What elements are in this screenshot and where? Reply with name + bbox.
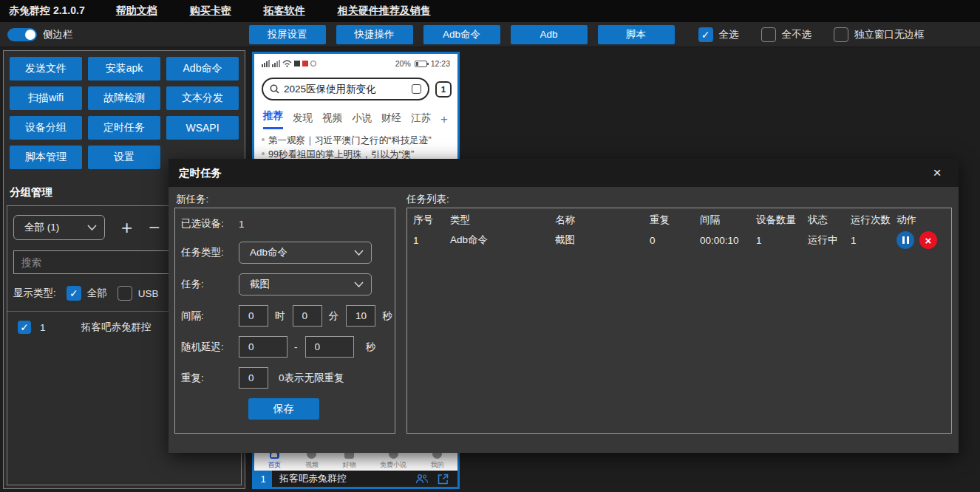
repeat-input[interactable] bbox=[239, 367, 268, 389]
menu-buy-card-key[interactable]: 购买卡密 bbox=[190, 4, 231, 18]
quick-actions-button[interactable]: 快捷操作 bbox=[336, 25, 413, 44]
script-button[interactable]: 脚本 bbox=[598, 25, 675, 44]
install-apk-button[interactable]: 安装apk bbox=[88, 57, 160, 81]
display-usb-label: USB bbox=[138, 288, 159, 299]
dialog-title: 定时任务 bbox=[179, 166, 926, 180]
sidebar-toggle[interactable] bbox=[7, 28, 37, 41]
table-header-row: 序号 类型 名称 重复 间隔 设备数量 状态 运行次数 动作 bbox=[407, 211, 951, 230]
add-tab-button[interactable]: + bbox=[440, 112, 448, 129]
send-file-button[interactable]: 发送文件 bbox=[10, 57, 82, 81]
scan-icon[interactable] bbox=[412, 84, 421, 94]
adb-command-button[interactable]: Adb命令 bbox=[166, 57, 239, 81]
tab-finance[interactable]: 财经 bbox=[381, 112, 401, 129]
table-row[interactable]: 1 Adb命令 截图 0 00:00:10 1 运行中 1 × bbox=[407, 230, 951, 250]
group-select-value: 全部 (1) bbox=[24, 221, 59, 234]
checkmark-icon: ✓ bbox=[67, 286, 81, 301]
seconds-unit: 秒 bbox=[366, 341, 376, 354]
borderless-window-checkbox[interactable]: 独立窗口无边框 bbox=[834, 27, 925, 42]
interval-minutes-input[interactable] bbox=[293, 305, 322, 327]
cell-devices: 1 bbox=[756, 235, 808, 246]
search-icon bbox=[270, 84, 279, 94]
random-delay-max-input[interactable] bbox=[305, 336, 354, 358]
col-name: 名称 bbox=[555, 213, 650, 227]
device-number-badge: 1 bbox=[254, 471, 272, 487]
seconds-unit: 秒 bbox=[382, 310, 392, 323]
task-select[interactable]: 截图 bbox=[239, 273, 372, 295]
device-group-button[interactable]: 设备分组 bbox=[10, 116, 82, 140]
menubar: 赤兔群控 2.1.0.7 帮助文档 购买卡密 拓客软件 相关硬件推荐及销售 bbox=[0, 0, 980, 22]
text-distribute-button[interactable]: 文本分发 bbox=[166, 86, 239, 110]
close-icon[interactable]: × bbox=[926, 163, 948, 182]
toolbar: 侧边栏 投屏设置 快捷操作 Adb命令 Adb 脚本 ✓ 全选 全不选 独立窗口… bbox=[0, 22, 980, 47]
menu-hardware-sales[interactable]: 相关硬件推荐及销售 bbox=[338, 4, 431, 18]
phone-feed-tabs: 推荐 发现 视频 小说 财经 江苏 + bbox=[254, 103, 457, 129]
display-all-label: 全部 bbox=[87, 287, 107, 300]
wsapi-button[interactable]: WSAPI bbox=[166, 116, 239, 140]
pause-task-button[interactable] bbox=[896, 231, 914, 249]
repeat-label: 重复: bbox=[181, 372, 239, 385]
status-time: 12:23 bbox=[431, 59, 450, 68]
task-type-label: 任务类型: bbox=[181, 246, 239, 259]
select-all-label: 全选 bbox=[719, 28, 739, 41]
tab-count-badge[interactable]: 1 bbox=[435, 81, 452, 98]
deselect-all-checkbox[interactable]: 全不选 bbox=[761, 27, 812, 42]
remove-group-button[interactable]: − bbox=[149, 218, 160, 237]
nav-label: 视频 bbox=[305, 460, 319, 470]
interval-hours-input[interactable] bbox=[239, 305, 268, 327]
group-select[interactable]: 全部 (1) bbox=[13, 215, 105, 240]
search-query: 2025医保使用新变化 bbox=[284, 83, 407, 96]
screen-cast-settings-button[interactable]: 投屏设置 bbox=[249, 25, 326, 44]
signal-icon bbox=[272, 60, 280, 67]
news-item[interactable]: 第一观察｜习近平澳门之行的“科技足迹” bbox=[262, 134, 450, 148]
task-list-table: 序号 类型 名称 重复 间隔 设备数量 状态 运行次数 动作 1 Adb命令 截… bbox=[406, 208, 952, 434]
tab-recommend[interactable]: 推荐 bbox=[263, 109, 283, 129]
selected-devices-label: 已选设备: bbox=[181, 217, 239, 230]
tab-novel[interactable]: 小说 bbox=[352, 112, 372, 129]
toolbar-checkboxes: ✓ 全选 全不选 独立窗口无边框 bbox=[698, 27, 925, 42]
menu-help-docs[interactable]: 帮助文档 bbox=[116, 4, 157, 18]
adb-command-button[interactable]: Adb命令 bbox=[423, 25, 500, 44]
col-runs: 运行次数 bbox=[851, 213, 896, 227]
new-task-form: 已选设备: 1 任务类型: Adb命令 任务: 截图 间隔: bbox=[174, 208, 395, 434]
settings-button[interactable]: 设置 bbox=[88, 146, 160, 169]
col-devices: 设备数量 bbox=[756, 213, 808, 227]
tab-video[interactable]: 视频 bbox=[322, 112, 342, 129]
signal-icon bbox=[262, 60, 270, 67]
task-label: 任务: bbox=[181, 278, 239, 291]
interval-label: 间隔: bbox=[181, 310, 239, 323]
minutes-unit: 分 bbox=[329, 310, 339, 323]
adb-button[interactable]: Adb bbox=[511, 25, 588, 44]
phone-device-bar: 1 拓客吧赤兔群控 bbox=[254, 471, 457, 487]
app-title: 赤兔群控 2.1.0.7 bbox=[9, 4, 85, 18]
scan-wifi-button[interactable]: 扫描wifi bbox=[10, 86, 82, 110]
task-type-select[interactable]: Adb命令 bbox=[239, 242, 372, 264]
random-delay-label: 随机延迟: bbox=[181, 341, 239, 354]
save-button[interactable]: 保存 bbox=[248, 398, 319, 420]
menu-tuoke-software[interactable]: 拓客软件 bbox=[264, 4, 305, 18]
open-external-icon[interactable] bbox=[438, 474, 449, 485]
fault-detect-button[interactable]: 故障检测 bbox=[88, 86, 160, 110]
col-repeat: 重复 bbox=[650, 213, 700, 227]
phone-status-bar: 20% 12:23 bbox=[254, 54, 457, 73]
bullet-icon bbox=[262, 138, 265, 141]
delete-task-button[interactable]: × bbox=[919, 231, 937, 249]
tab-jiangsu[interactable]: 江苏 bbox=[411, 112, 431, 129]
select-all-checkbox[interactable]: ✓ 全选 bbox=[698, 27, 739, 42]
group-users-icon[interactable] bbox=[415, 474, 429, 484]
scheduled-task-button[interactable]: 定时任务 bbox=[88, 116, 160, 140]
device-index: 1 bbox=[40, 322, 72, 333]
add-group-button[interactable]: + bbox=[121, 218, 132, 237]
news-text: 第一观察｜习近平澳门之行的“科技足迹” bbox=[268, 134, 432, 148]
phone-search-bar[interactable]: 2025医保使用新变化 bbox=[262, 78, 429, 100]
interval-seconds-input[interactable] bbox=[346, 305, 375, 327]
display-usb-checkbox[interactable]: USB bbox=[118, 286, 159, 301]
task-value: 截图 bbox=[250, 278, 270, 291]
nav-label: 好物 bbox=[342, 460, 355, 470]
display-all-checkbox[interactable]: ✓ 全部 bbox=[67, 286, 107, 301]
empty-checkbox-icon bbox=[118, 286, 132, 301]
script-manage-button[interactable]: 脚本管理 bbox=[10, 146, 82, 169]
cell-interval: 00:00:10 bbox=[700, 235, 756, 246]
nav-label: 我的 bbox=[431, 460, 444, 470]
tab-discover[interactable]: 发现 bbox=[293, 112, 313, 129]
random-delay-min-input[interactable] bbox=[239, 336, 287, 358]
